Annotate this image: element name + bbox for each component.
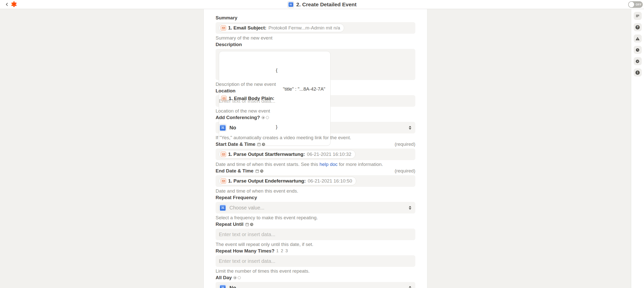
clock-icon: [262, 142, 265, 146]
action-form-panel: Summary 1. Email Subject: Protokoll Fern…: [204, 9, 427, 288]
radio-selected-icon: [262, 116, 265, 119]
field-mode-toggle[interactable]: [233, 276, 241, 279]
repeat-count-input-wrap: [216, 255, 415, 267]
google-calendar-icon: 31: [288, 1, 294, 8]
settings-button[interactable]: [634, 57, 642, 65]
token-value: 06-21-2021 16:10:32: [307, 152, 351, 157]
clock-icon: [250, 223, 254, 226]
mapped-data-token[interactable]: 1. Parse Output Startfernwartung: 06-21-…: [219, 150, 355, 159]
main-area: Summary 1. Email Subject: Protokoll Fern…: [0, 9, 644, 288]
select-value: No: [229, 285, 236, 288]
content-area: Summary 1. Email Subject: Protokoll Fern…: [0, 9, 631, 288]
field-repeat-count: Repeat How Many Times? 1 2 3 Limit the n…: [216, 248, 415, 274]
field-mode-toggle[interactable]: [262, 116, 269, 119]
field-end-datetime: End Date & Time (required) 1. Parse Outp…: [216, 168, 415, 194]
field-helper: If "Yes," automatically creates a video …: [216, 135, 415, 140]
clock-icon: [260, 169, 264, 173]
select-value: No: [229, 125, 236, 131]
zap-on-off-toggle[interactable]: OFF: [628, 1, 643, 8]
required-badge: (required): [395, 168, 415, 174]
fields-icon: [635, 14, 640, 18]
field-repeat-frequency: Repeat Frequency 31 Choose value... Sele…: [216, 195, 415, 220]
select-stepper-icon: [409, 126, 412, 130]
datetime-type-icons: [245, 223, 254, 226]
field-repeat-until: Repeat Until The event will repeat only …: [216, 222, 415, 247]
toggle-label: OFF: [636, 3, 642, 6]
warning-icon: [635, 37, 640, 41]
google-calendar-icon: 31: [219, 124, 227, 132]
mapped-data-token[interactable]: 1. Parse Output Endefernwartung: 06-21-2…: [219, 177, 356, 185]
field-all-day: All Day 31 No: [216, 275, 415, 288]
zapier-logo-icon[interactable]: ✱: [11, 1, 17, 8]
radio-unselected-icon: [238, 276, 241, 279]
top-bar: ✱ 31 2. Create Detailed Event OFF: [0, 0, 644, 9]
repeat-until-input-wrap: [216, 229, 415, 240]
summary-input[interactable]: 1. Email Subject: Protokoll Fernw...m-Ad…: [216, 22, 415, 34]
info-icon: i: [635, 70, 640, 75]
numeric-type-hint: 1 2 3: [276, 248, 288, 254]
field-helper: The event will repeat only until this da…: [216, 242, 415, 247]
field-label: Repeat How Many Times?: [216, 248, 274, 254]
gear-icon: [635, 59, 640, 63]
select-stepper-icon: [409, 206, 412, 210]
select-stepper-icon: [409, 286, 412, 288]
google-calendar-icon: 31: [219, 284, 227, 288]
step-title-group: 31 2. Create Detailed Event: [288, 1, 356, 8]
repeat-until-input[interactable]: [219, 232, 412, 237]
fields-panel-button[interactable]: [634, 12, 642, 20]
field-label: End Date & Time: [216, 168, 254, 174]
history-icon: [635, 48, 640, 52]
issues-button[interactable]: [634, 34, 642, 43]
description-input[interactable]: 1. Email Body Plain: { "title" : "...8A-…: [216, 49, 415, 80]
history-button[interactable]: [634, 46, 642, 54]
email-icon: [221, 25, 226, 31]
repeat-frequency-select[interactable]: 31 Choose value...: [216, 202, 415, 213]
field-summary: Summary 1. Email Subject: Protokoll Fern…: [216, 15, 415, 41]
radio-selected-icon: [233, 276, 236, 279]
details-button[interactable]: i: [634, 68, 642, 77]
calendar-icon: [257, 142, 261, 146]
google-calendar-icon: 31: [219, 204, 227, 212]
field-label: Add Conferencing?: [216, 115, 260, 120]
token-source-label: 1. Email Subject:: [228, 25, 266, 31]
field-label: Summary: [216, 15, 237, 21]
required-badge: (required): [395, 141, 415, 147]
right-icon-rail: ? i: [631, 9, 644, 288]
field-label: Location: [216, 88, 235, 94]
field-helper: Limit the number of times this event rep…: [216, 269, 415, 274]
token-value: 06-21-2021 16:10:50: [308, 178, 352, 184]
toggle-knob: [629, 2, 634, 7]
field-label: Repeat Frequency: [216, 195, 257, 200]
token-source-label: 1. Parse Output Startfernwartung:: [228, 152, 305, 157]
field-description: Description 1. Email Body Plain: { "titl…: [216, 42, 415, 87]
field-helper: Date and time of when this event starts.…: [216, 162, 415, 167]
radio-unselected-icon: [266, 116, 269, 119]
repeat-count-input[interactable]: [219, 258, 412, 264]
field-label: Description: [216, 42, 242, 47]
email-icon: [221, 178, 226, 184]
all-day-select[interactable]: 31 No: [216, 282, 415, 288]
calendar-icon: [255, 169, 259, 173]
field-label: All Day: [216, 275, 232, 280]
email-icon: [221, 152, 226, 157]
field-helper: Summary of the new event: [216, 35, 415, 41]
field-label: Start Date & Time: [216, 141, 255, 147]
field-helper: Date and time of when this event ends.: [216, 189, 415, 194]
help-button[interactable]: ?: [634, 23, 642, 31]
help-doc-link[interactable]: help doc: [319, 162, 338, 167]
datetime-type-icons: [255, 169, 264, 173]
page-title: 2. Create Detailed Event: [296, 2, 356, 8]
end-datetime-input[interactable]: 1. Parse Output Endefernwartung: 06-21-2…: [216, 175, 415, 187]
back-button[interactable]: [4, 2, 10, 7]
select-placeholder: Choose value...: [229, 205, 264, 211]
field-helper: Select a frequency to make this event re…: [216, 215, 415, 220]
mapped-data-token[interactable]: 1. Email Subject: Protokoll Fernw...m-Ad…: [219, 24, 344, 32]
location-input[interactable]: [219, 98, 412, 104]
calendar-icon: [245, 223, 249, 226]
datetime-type-icons: [257, 142, 265, 146]
start-datetime-input[interactable]: 1. Parse Output Startfernwartung: 06-21-…: [216, 149, 415, 160]
help-icon: ?: [635, 25, 640, 29]
token-value: Protokoll Fernw...m-Admin mit n/a: [268, 25, 340, 31]
token-source-label: 1. Parse Output Endefernwartung:: [228, 178, 306, 184]
field-label: Repeat Until: [216, 222, 244, 227]
